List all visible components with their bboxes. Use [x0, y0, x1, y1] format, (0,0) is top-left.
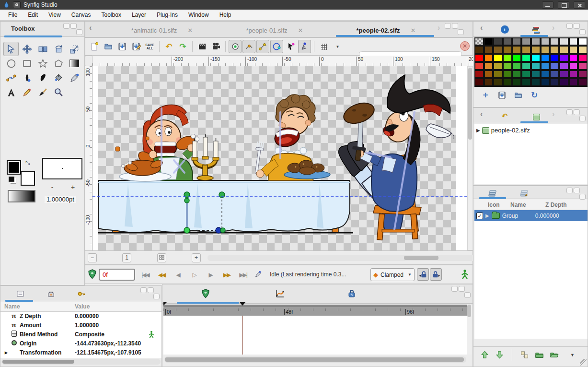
tab-close-icon[interactable]: ✕ — [411, 27, 416, 34]
palette-swatch-46[interactable] — [559, 62, 569, 70]
layers-col-name[interactable]: Name — [510, 201, 526, 208]
palette-swatch-27[interactable] — [493, 54, 503, 62]
param-row-amount[interactable]: πAmount1.000000 — [0, 321, 161, 330]
lock-future-keyframe-button[interactable] — [430, 268, 442, 281]
zoom-out-button[interactable]: − — [88, 253, 97, 262]
param-value[interactable]: -121.154675px,-107.9105 — [75, 349, 141, 356]
palette-swatch-25[interactable] — [474, 54, 484, 62]
palette-swatch-71[interactable] — [569, 78, 578, 86]
palette-swatch-41[interactable] — [512, 62, 522, 70]
palette-swatch-42[interactable] — [521, 62, 531, 70]
group-open-icon[interactable] — [550, 350, 559, 359]
palette-swatch-59[interactable] — [569, 70, 578, 78]
tree-item-canvas[interactable]: ▶ people-02.sifz — [476, 127, 530, 134]
palette-swatch-62[interactable] — [484, 78, 494, 86]
tabs-scroll-left-icon[interactable]: ‹ — [89, 24, 92, 32]
palette-swatch-54[interactable] — [521, 70, 531, 78]
bone-figure-icon[interactable] — [461, 269, 469, 280]
palette-swatch-6[interactable] — [521, 37, 531, 46]
seek-end-button[interactable]: ▶▶| — [236, 269, 250, 281]
play-button[interactable]: ▷ — [187, 269, 201, 281]
seek-prev-frame-button[interactable]: ◀ — [171, 269, 185, 281]
tool-fill[interactable] — [51, 71, 66, 85]
dock-handle[interactable] — [444, 23, 472, 37]
palette-swatch-2[interactable] — [484, 37, 494, 46]
canvas-viewport[interactable] — [92, 66, 467, 250]
param-row-z-depth[interactable]: πZ Depth0.000000 — [0, 312, 161, 321]
menu-layer[interactable]: Layer — [127, 10, 151, 20]
duplicate-layer-icon[interactable] — [520, 350, 529, 359]
palette-swatch-47[interactable] — [569, 62, 578, 70]
menu-plugins[interactable]: Plug-Ins — [151, 10, 183, 20]
save-all-button[interactable]: SAVE ALL — [143, 40, 156, 53]
seek-begin-button[interactable]: |◀◀ — [138, 269, 152, 281]
palette-swatch-69[interactable] — [550, 78, 559, 86]
params-col-name[interactable]: Name — [4, 303, 20, 310]
tangent-handles-button[interactable] — [256, 40, 269, 53]
tab-close-icon[interactable]: ✕ — [187, 27, 193, 34]
tab-curves[interactable] — [273, 287, 287, 300]
tool-mirror[interactable] — [35, 42, 50, 56]
canvas-tab-2[interactable]: *people-01.sifz✕ — [224, 24, 325, 36]
palette-swatch-5[interactable] — [512, 37, 522, 46]
tab-history[interactable]: ↶ — [496, 110, 513, 122]
zoom-in-button[interactable]: + — [192, 253, 201, 262]
palette-swatch-21[interactable] — [550, 46, 559, 54]
undo-button[interactable]: ↶ — [162, 40, 175, 53]
redo-button[interactable]: ↷ — [176, 40, 189, 53]
restore-button[interactable] — [558, 1, 569, 9]
palette-swatch-72[interactable] — [578, 78, 588, 86]
tool-circle[interactable] — [3, 56, 19, 71]
palette-swatch-18[interactable] — [521, 46, 531, 54]
ruler-corner-button[interactable] — [85, 56, 92, 66]
tool-rotate[interactable] — [51, 42, 66, 56]
layer-visibility-checkbox[interactable]: ✓ — [476, 213, 483, 219]
zoom-fit-button[interactable] — [157, 253, 166, 262]
add-color-button[interactable]: + — [480, 90, 491, 100]
tab-tool-options[interactable] — [43, 288, 59, 300]
palette-swatch-23[interactable] — [569, 46, 578, 54]
tab-info[interactable]: i — [496, 24, 513, 36]
grid-menu-button[interactable]: ▼ — [331, 40, 344, 53]
palette-swatch-63[interactable] — [493, 78, 503, 86]
palette-swatch-12[interactable] — [578, 37, 588, 46]
timetrack-horizontal-scrollbar[interactable] — [164, 356, 466, 363]
tabs-scroll-left-icon[interactable]: ‹ — [480, 24, 483, 32]
params-col-value[interactable]: Value — [75, 303, 90, 310]
dock-handle[interactable] — [565, 187, 587, 199]
menu-edit[interactable]: Edit — [23, 10, 43, 20]
palette-swatch-22[interactable] — [559, 46, 569, 54]
palette-swatch-15[interactable] — [493, 46, 503, 54]
tool-width[interactable] — [19, 71, 35, 85]
palette-swatch-24[interactable] — [578, 46, 588, 54]
radius-handles-button[interactable] — [270, 40, 283, 53]
tool-spline[interactable] — [3, 71, 19, 85]
menu-toolbox[interactable]: Toolbox — [96, 10, 127, 20]
palette-swatch-50[interactable] — [484, 70, 494, 78]
palette-swatch-64[interactable] — [503, 78, 512, 86]
menu-help[interactable]: Help — [214, 10, 237, 20]
palette-swatch-66[interactable] — [521, 78, 531, 86]
close-button[interactable] — [574, 1, 585, 9]
seek-prev-keyframe-button[interactable]: ◀◀ — [154, 269, 169, 281]
layer-zdepth[interactable]: 0.000000 — [535, 213, 559, 219]
tab-timetrack[interactable] — [198, 287, 213, 300]
candelabra-layer[interactable] — [192, 134, 219, 180]
angle-handles-button[interactable] — [284, 40, 297, 53]
palette-swatch-35[interactable] — [569, 54, 578, 62]
palette-swatch-20[interactable] — [541, 46, 550, 54]
tool-smooth-move[interactable] — [19, 42, 35, 56]
palette-swatch-14[interactable] — [484, 46, 494, 54]
palette-swatch-70[interactable] — [559, 78, 569, 86]
background-render-toggle-icon[interactable] — [87, 269, 97, 279]
open-file-button[interactable] — [102, 40, 115, 53]
palette-swatch-61[interactable] — [474, 78, 484, 86]
save-file-button[interactable] — [115, 40, 128, 53]
param-value[interactable]: 0.000000 — [75, 313, 99, 320]
tool-rectangle[interactable] — [19, 56, 35, 71]
palette-swatch-1[interactable] — [474, 37, 484, 46]
new-file-button[interactable] — [88, 40, 101, 53]
palette-swatch-30[interactable] — [521, 54, 531, 62]
tab-library[interactable] — [345, 287, 359, 300]
tabs-scroll-right-icon[interactable]: › — [552, 110, 554, 118]
